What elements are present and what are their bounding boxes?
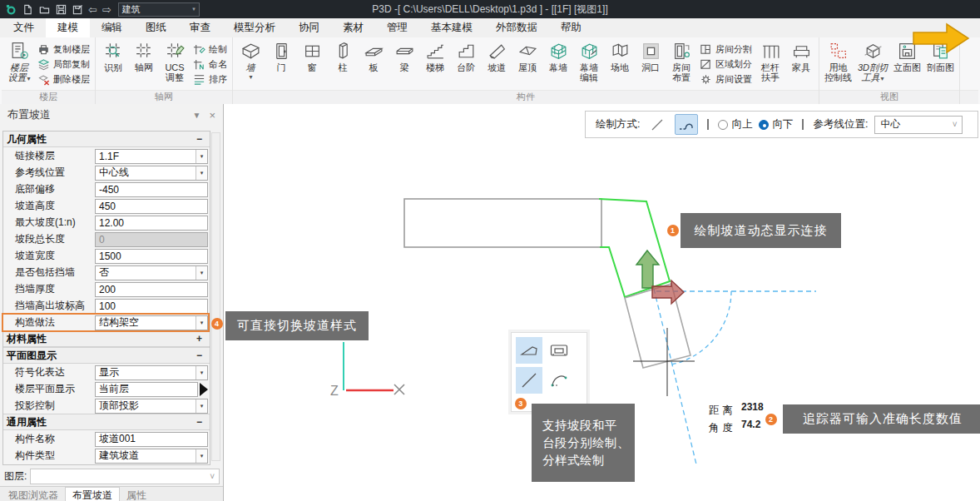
play-expand-icon[interactable] [200,383,208,396]
door-button[interactable]: 门 [266,39,296,89]
room-place-button[interactable]: 房间 布置 [666,39,696,89]
section-plan-display[interactable]: 平面图显示 − [3,347,210,364]
projection-select[interactable]: 顶部投影▾ [95,399,208,414]
delete-floor-button[interactable]: 删除楼层 [35,72,92,86]
direction-down-radio[interactable]: 向下 [759,117,793,131]
tab-view-browser[interactable]: 视图浏览器 [2,487,65,501]
railing-button[interactable]: 栏杆 扶手 [755,39,785,89]
floor-settings-button[interactable]: 楼层 设置▾ [4,39,34,89]
land-control-line-button[interactable]: 用地 控制线 [822,39,854,89]
axis-grid-button[interactable]: 轴网 [129,39,159,89]
new-file-icon[interactable] [22,3,33,15]
opening-button[interactable]: 洞口 [636,39,666,89]
refline-pos-combobox[interactable]: 中心˅ [874,116,963,134]
menu-sheets[interactable]: 图纸 [134,18,178,37]
panel-close-icon[interactable]: × [209,109,215,122]
menu-review[interactable]: 审查 [178,18,222,37]
ramp-icon [487,41,507,62]
3d-section-tool-icon [863,41,883,62]
expand-icon[interactable]: + [196,333,202,345]
wall-above-input[interactable]: 100 [95,299,208,314]
angle-label: 角度 [709,422,736,434]
roof-button[interactable]: 屋顶 [512,39,542,89]
angle-value[interactable]: 74.2 [741,419,760,430]
section-general[interactable]: 通用属性 − [3,414,210,430]
ramp-segment-style-button[interactable] [516,337,542,364]
site-button[interactable]: 场地 [605,39,635,89]
column-button[interactable]: 柱 [328,39,358,89]
sort-axis-button[interactable]: 排序 [191,72,230,86]
menu-help[interactable]: 帮助 [549,18,593,37]
menu-collaboration[interactable]: 协同 [287,18,331,37]
curtain-wall-button[interactable]: 幕墙 [543,39,573,89]
draw-axis-button[interactable]: 绘制 [191,42,230,56]
max-slope-input[interactable]: 12.00 [95,216,208,231]
include-wall-select[interactable]: 否▾ [95,265,208,280]
slab-button[interactable]: 板 [359,39,389,89]
wall-icon [240,41,261,62]
line-draw-style-button[interactable] [516,367,542,394]
furniture-button[interactable]: 家具 [786,39,816,89]
open-file-icon[interactable] [38,3,50,15]
stair-button[interactable]: 楼梯 [420,39,450,89]
tab-place-ramp[interactable]: 布置坡道 [65,487,120,501]
curtain-wall-edit-button[interactable]: 幕墙 编辑 [574,39,604,89]
undo-icon[interactable]: ⇦ [88,4,97,15]
beam-button[interactable]: 梁 [389,39,419,89]
ramp-width-input[interactable]: 1500 [95,249,208,264]
collapse-icon[interactable]: − [196,416,202,428]
drawing-canvas[interactable]: Z 绘制方式: 向上 向下 参考线位置: 中心˅ 距离2318 角度74.2 [224,104,980,501]
profile-combobox[interactable]: 建筑 ▾ [118,2,200,17]
layer-combobox[interactable]: ˅ [30,469,220,484]
construction-method-select[interactable]: 结构架空▾ [95,315,208,330]
partial-copy-button[interactable]: 局部复制 [35,57,92,71]
ramp-button[interactable]: 坡道 [482,39,512,89]
menu-modeling[interactable]: 建模 [46,18,90,37]
link-floor-select[interactable]: 1.1F▾ [95,149,208,164]
arc-mode-button[interactable] [675,114,698,135]
ucs-adjust-button[interactable]: UCS 调整 [160,39,190,89]
menu-model-analysis[interactable]: 模型分析 [222,18,287,37]
copy-floor-button[interactable]: 复制楼层 [35,42,92,56]
menu-file[interactable]: 文件 [2,18,46,37]
component-type-select[interactable]: 建筑坡道▾ [95,449,208,464]
recognize-button[interactable]: 识别 [98,39,128,89]
window-button[interactable]: 窗 [297,39,327,89]
room-split-button[interactable]: 房间分割 [697,42,755,56]
save-as-icon[interactable] [72,3,83,15]
component-name-input[interactable]: 坡道001 [95,432,208,447]
tab-properties[interactable]: 属性 [120,487,153,501]
redo-icon[interactable]: ⇨ [102,4,111,15]
section-geometry[interactable]: 几何属性 − [3,131,210,147]
symbolic-select[interactable]: 显示▾ [95,365,208,380]
arc-draw-style-button[interactable] [546,367,572,394]
panel-scrollbar[interactable] [211,132,220,461]
menu-manage[interactable]: 管理 [375,18,419,37]
bottom-offset-input[interactable]: -450 [95,182,208,197]
refline-pos-select[interactable]: 中心线▾ [95,166,208,181]
room-settings-button[interactable]: 房间设置 [697,72,755,86]
name-axis-button[interactable]: 命名 [191,57,230,71]
save-icon[interactable] [55,3,67,15]
direction-up-radio[interactable]: 向上 [718,117,752,131]
wall-thickness-input[interactable]: 200 [95,282,208,297]
line-mode-button[interactable] [646,115,668,134]
draw-axis-icon [193,43,205,56]
collapse-icon[interactable]: − [196,350,202,361]
caret-down-icon: ▾ [196,316,207,330]
panel-pin-icon[interactable]: ▼ [193,111,201,120]
floor-plan-display-input[interactable]: 当前层 [95,382,198,397]
menu-materials[interactable]: 素材 [331,18,375,37]
menu-basic-modeling[interactable]: 基本建模 [419,18,484,37]
wall-button[interactable]: 墙▾ [235,39,265,89]
step-button[interactable]: 台阶 [451,39,481,89]
ramp-height-input[interactable]: 450 [95,199,208,214]
menu-external-data[interactable]: 外部数据 [484,18,549,37]
area-divide-button[interactable]: 区域划分 [697,57,755,71]
section-material[interactable]: 材料属性 + [3,330,210,347]
distance-value[interactable]: 2318 [741,401,764,413]
3d-section-tool-button[interactable]: 3D剖切 工具▾ [855,39,890,89]
collapse-icon[interactable]: − [196,133,202,145]
menu-edit[interactable]: 编辑 [90,18,134,37]
platform-segment-style-button[interactable] [546,337,572,364]
